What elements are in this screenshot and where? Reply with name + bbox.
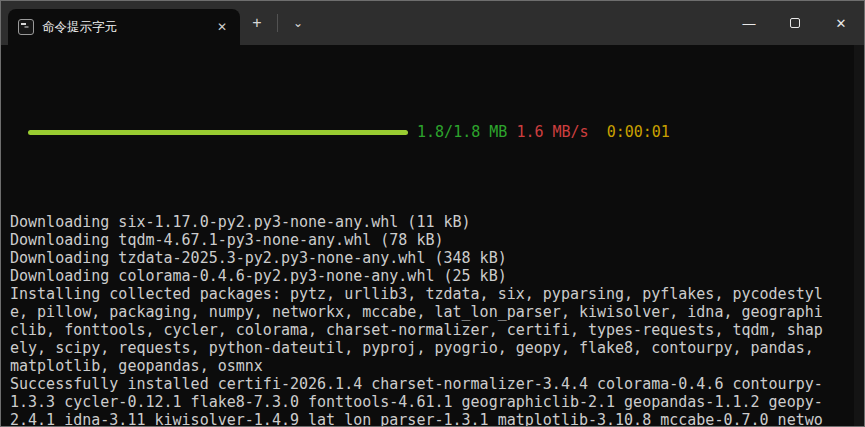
- terminal-line: Successfully installed certifi-2026.1.4 …: [10, 375, 850, 393]
- new-tab-button[interactable]: +: [242, 8, 272, 38]
- minimize-button[interactable]: —: [726, 1, 772, 45]
- close-button[interactable]: ✕: [818, 1, 864, 45]
- scrollbar[interactable]: [854, 45, 864, 426]
- terminal-line: Installing collected packages: pytz, url…: [10, 285, 850, 303]
- caption-buttons: — ✕: [726, 1, 864, 45]
- terminal-line: Downloading colorama-0.4.6-py2.py3-none-…: [10, 267, 850, 285]
- tabbar-divider: [277, 14, 278, 32]
- terminal-line: e, pillow, packaging, numpy, networkx, m…: [10, 303, 850, 321]
- terminal-line: Downloading six-1.17.0-py2.py3-none-any.…: [10, 213, 850, 231]
- close-icon: ✕: [836, 17, 847, 30]
- tab-strip: 命令提示字元 ✕ + ⌄: [1, 1, 726, 45]
- tab-command-prompt[interactable]: 命令提示字元 ✕: [8, 9, 240, 45]
- terminal-line: Downloading tzdata-2025.3-py2.py3-none-a…: [10, 249, 850, 267]
- download-progress-line: 1.8/1.8 MB 1.6 MB/s 0:00:01: [10, 123, 850, 141]
- progress-speed: 1.6 MB/s: [516, 123, 588, 141]
- terminal-line: 2.4.1 idna-3.11 kiwisolver-1.4.9 lat_lon…: [10, 411, 850, 426]
- terminal-line: clib, fonttools, cycler, colorama, chars…: [10, 321, 850, 339]
- terminal-viewport[interactable]: 1.8/1.8 MB 1.6 MB/s 0:00:01 Downloading …: [1, 45, 864, 426]
- terminal-line: 1.3.3 cycler-0.12.1 flake8-7.3.0 fonttoo…: [10, 393, 850, 411]
- terminal-output: Downloading six-1.17.0-py2.py3-none-any.…: [10, 213, 850, 426]
- terminal-window: 命令提示字元 ✕ + ⌄ — ✕ 1.8/1.8 MB: [0, 0, 865, 427]
- tab-dropdown-button[interactable]: ⌄: [283, 8, 313, 38]
- maximize-button[interactable]: [772, 1, 818, 45]
- titlebar: 命令提示字元 ✕ + ⌄ — ✕: [1, 1, 864, 45]
- terminal-line: Downloading tqdm-4.67.1-py3-none-any.whl…: [10, 231, 850, 249]
- terminal-line: matplotlib, geopandas, osmnx: [10, 357, 850, 375]
- minimize-icon: —: [743, 17, 756, 30]
- cmd-icon: [18, 19, 34, 35]
- terminal-line: ely, scipy, requests, python-dateutil, p…: [10, 339, 850, 357]
- progress-time: 0:00:01: [607, 123, 670, 141]
- progress-bar: [28, 130, 408, 135]
- tab-title: 命令提示字元: [42, 19, 204, 36]
- maximize-icon: [790, 18, 800, 28]
- progress-size: 1.8/1.8 MB: [417, 123, 507, 141]
- tab-close-icon[interactable]: ✕: [212, 17, 232, 37]
